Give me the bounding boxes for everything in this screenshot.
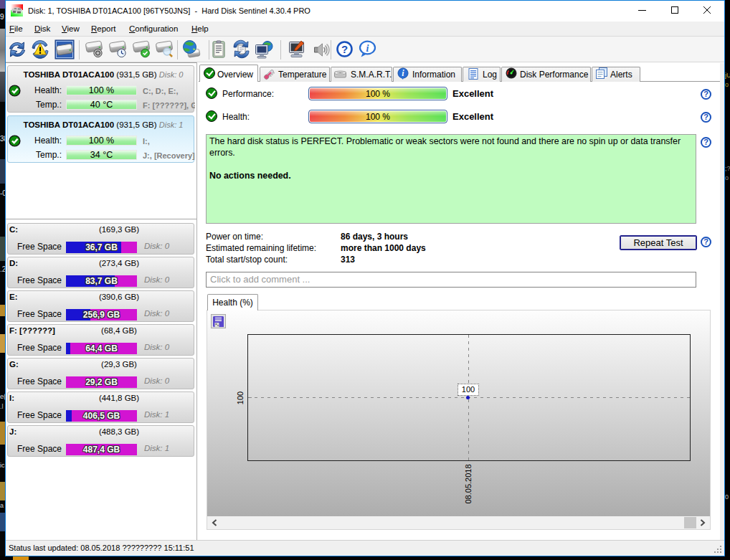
svg-text:?: ? [341, 43, 348, 55]
svg-text:i: i [366, 43, 369, 54]
